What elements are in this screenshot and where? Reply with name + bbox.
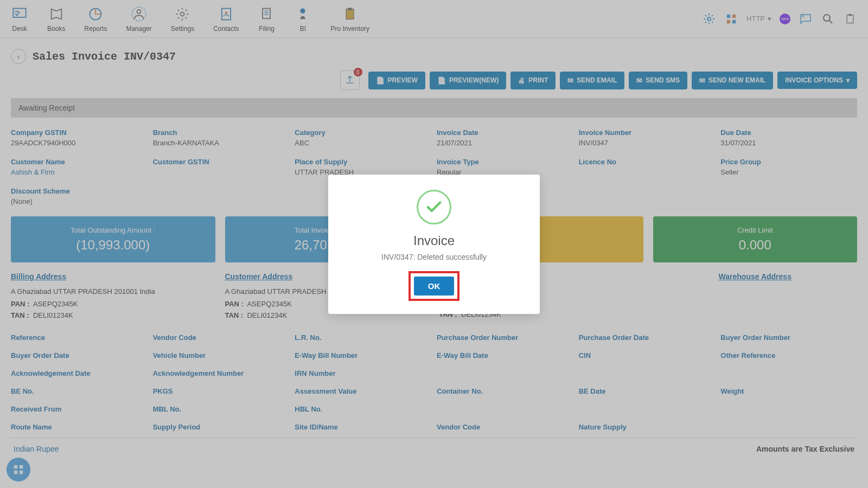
modal-title: Invoice bbox=[344, 233, 524, 248]
check-icon bbox=[417, 190, 451, 224]
modal-message: INV/0347: Deleted successfully bbox=[344, 253, 524, 261]
modal-ok-button[interactable]: OK bbox=[414, 277, 455, 296]
modal-overlay: Invoice INV/0347: Deleted successfully O… bbox=[0, 0, 868, 488]
success-modal: Invoice INV/0347: Deleted successfully O… bbox=[328, 175, 540, 314]
modal-ok-highlight: OK bbox=[409, 271, 460, 301]
